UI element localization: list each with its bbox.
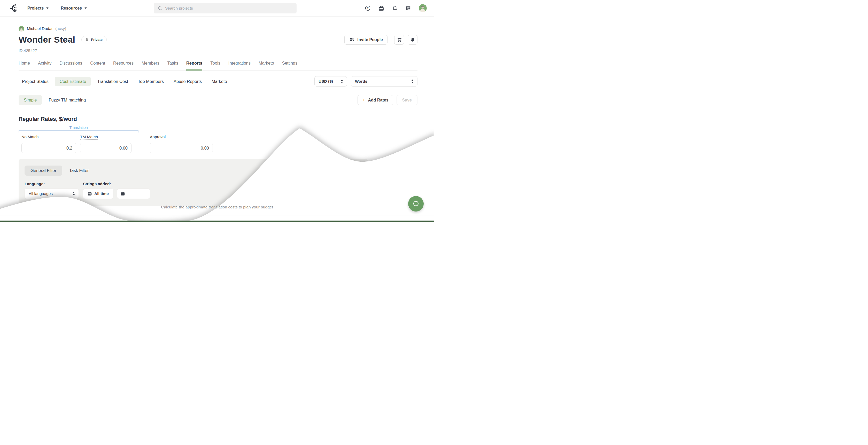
bell-filled-icon — [410, 37, 415, 42]
language-label: Language: — [25, 182, 83, 186]
support-chat-button[interactable] — [408, 196, 424, 212]
mode-tab-simple[interactable]: Simple — [19, 95, 42, 105]
invite-people-label: Invite People — [357, 37, 383, 42]
people-icon — [349, 37, 355, 42]
tab-tasks[interactable]: Tasks — [167, 61, 178, 70]
user-avatar[interactable] — [419, 4, 427, 12]
report-tab-marketo[interactable]: Marketo — [208, 77, 230, 86]
translation-group-label: Translation — [19, 126, 138, 130]
report-tabs: Project Status Cost Estimate Translation… — [19, 77, 230, 86]
topbar: Projects Resources ? — [0, 0, 434, 17]
report-tab-abuse-reports[interactable]: Abuse Reports — [170, 77, 205, 86]
messages-icon[interactable] — [405, 5, 411, 11]
sort-arrows-icon — [72, 192, 75, 196]
calendar-icon — [121, 191, 125, 196]
cart-icon — [396, 37, 402, 43]
nav-projects-label: Projects — [27, 6, 44, 10]
add-rates-label: Add Rates — [368, 98, 389, 102]
sort-arrows-icon — [340, 79, 343, 84]
language-select-value: All languages — [29, 191, 53, 196]
report-tab-top-members[interactable]: Top Members — [134, 77, 167, 86]
tab-integrations[interactable]: Integrations — [228, 61, 251, 70]
nav-resources-label: Resources — [61, 6, 82, 10]
search-icon — [157, 6, 162, 11]
unit-select-value: Words — [355, 79, 367, 84]
strings-added-value: All time — [94, 191, 109, 196]
plus-icon: + — [362, 97, 365, 102]
report-tab-project-status[interactable]: Project Status — [19, 77, 52, 86]
approval-input[interactable] — [150, 143, 213, 153]
project-tabs: Home Activity Discussions Content Resour… — [19, 61, 417, 71]
help-icon[interactable]: ? — [365, 5, 371, 11]
sort-arrows-icon — [411, 79, 414, 84]
save-button[interactable]: Save — [397, 95, 417, 105]
tab-discussions[interactable]: Discussions — [59, 61, 82, 70]
tab-marketo[interactable]: Marketo — [258, 61, 274, 70]
gift-icon[interactable] — [378, 5, 384, 11]
filter-tab-general[interactable]: General Filter — [25, 165, 62, 176]
tab-activity[interactable]: Activity — [38, 61, 52, 70]
report-tab-cost-estimate[interactable]: Cost Estimate — [55, 77, 91, 86]
invite-people-button[interactable]: Invite People — [344, 35, 388, 45]
tab-settings[interactable]: Settings — [282, 61, 298, 70]
project-owner-row: Michael Dudar (acsy) — [19, 26, 417, 32]
project-notifications-button[interactable] — [408, 35, 417, 45]
tab-resources[interactable]: Resources — [113, 61, 133, 70]
add-rates-button[interactable]: + Add Rates — [358, 95, 393, 105]
filter-tab-task[interactable]: Task Filter — [69, 168, 89, 173]
currency-select[interactable]: USD ($) — [314, 76, 347, 87]
privacy-badge-label: Private — [91, 38, 102, 41]
owner-avatar[interactable] — [19, 26, 24, 32]
search-box — [154, 3, 297, 13]
tab-members[interactable]: Members — [142, 61, 159, 70]
notifications-bell-icon[interactable] — [392, 5, 398, 11]
tab-tools[interactable]: Tools — [210, 61, 220, 70]
privacy-badge: Private — [82, 36, 107, 43]
nav-resources-menu[interactable]: Resources — [61, 6, 87, 10]
unit-select[interactable]: Words — [351, 76, 417, 87]
translation-group-bracket — [19, 130, 138, 132]
tab-reports[interactable]: Reports — [186, 61, 202, 70]
report-tab-translation-cost[interactable]: Translation Cost — [94, 77, 131, 86]
filter-panel: General Filter Task Filter Language: All… — [19, 159, 368, 206]
project-id: ID:425427 — [19, 48, 417, 53]
rates-heading: Regular Rates, $/word — [19, 116, 417, 122]
strings-added-label: Strings added: — [83, 182, 150, 186]
footer-accent-bar — [0, 221, 434, 222]
search-input[interactable] — [165, 6, 293, 10]
currency-select-value: USD ($) — [318, 79, 333, 84]
tab-home[interactable]: Home — [19, 61, 30, 70]
chevron-down-icon — [84, 7, 87, 9]
owner-name[interactable]: Michael Dudar — [27, 26, 53, 31]
no-match-label: No Match — [22, 134, 76, 139]
chat-bubble-icon — [412, 200, 420, 208]
top-navigation: Projects Resources — [27, 6, 87, 10]
tab-content[interactable]: Content — [90, 61, 105, 70]
date-filter-button[interactable] — [117, 189, 150, 199]
chevron-down-icon — [46, 7, 49, 9]
page-title: Wonder Steal — [19, 35, 75, 45]
no-match-input[interactable] — [22, 143, 76, 153]
translation-rate-group: Translation — [19, 126, 138, 132]
nav-projects-menu[interactable]: Projects — [27, 6, 49, 10]
owner-org: (acsy) — [55, 26, 66, 31]
tm-match-input[interactable] — [80, 143, 131, 153]
cart-button[interactable] — [394, 35, 404, 45]
lock-icon — [86, 38, 89, 41]
strings-added-date-button[interactable]: All time — [83, 189, 114, 199]
svg-text:?: ? — [367, 7, 369, 10]
tm-match-label: TM Match — [80, 134, 98, 140]
language-select[interactable]: All languages — [25, 189, 79, 199]
calendar-icon — [88, 191, 92, 196]
crowdin-logo-icon[interactable] — [10, 4, 19, 13]
mode-tab-fuzzy-tm-matching[interactable]: Fuzzy TM matching — [49, 98, 86, 102]
approval-label: Approval — [150, 134, 213, 139]
cost-estimate-hint: Calculate the approximate translation co… — [0, 205, 434, 210]
